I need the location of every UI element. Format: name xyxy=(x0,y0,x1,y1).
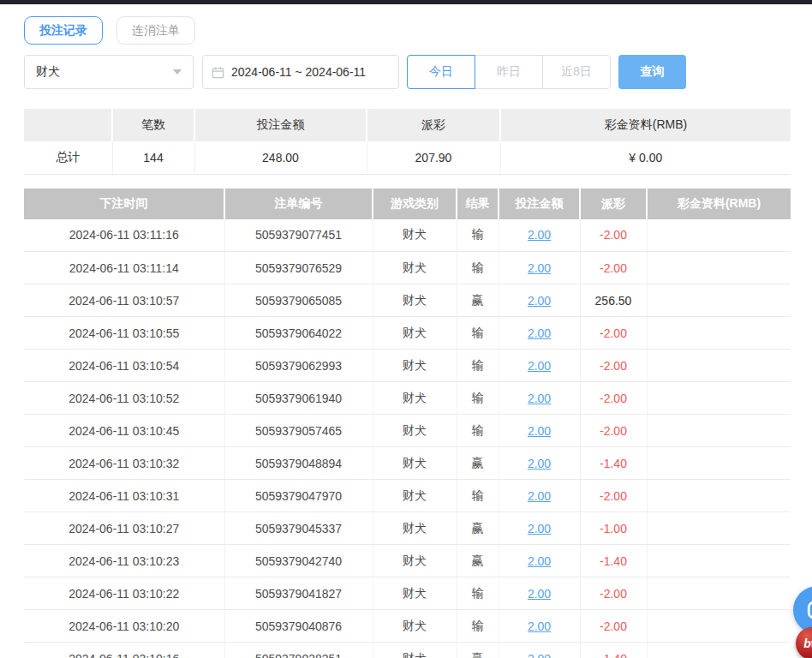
cell-payout: -1.40 xyxy=(580,643,647,658)
cell-result: 输 xyxy=(457,350,499,382)
header-result: 结果 xyxy=(457,188,499,219)
bet-amount-link[interactable]: 2.00 xyxy=(528,587,551,601)
cell-bet-time: 2024-06-11 03:10:45 xyxy=(24,415,224,447)
tab-cancelled-orders[interactable]: 连消注单 xyxy=(116,16,195,45)
cell-bet-amount: 2.00 xyxy=(499,219,580,252)
cell-order-no: 5059379047970 xyxy=(224,480,373,512)
bet-amount-link[interactable]: 2.00 xyxy=(528,522,551,535)
table-row: 2024-06-11 03:10:225059379041827财犬输2.00-… xyxy=(24,577,791,610)
cell-result: 赢 xyxy=(457,512,499,545)
calendar-icon xyxy=(212,66,224,79)
cell-bonus xyxy=(647,447,791,480)
summary-total-payout: 207.90 xyxy=(367,141,500,174)
summary-total-bet-amount: 248.00 xyxy=(194,141,367,174)
top-dark-bar xyxy=(0,0,812,4)
cell-order-no: 5059379057465 xyxy=(224,415,373,447)
cell-result: 输 xyxy=(457,382,499,415)
game-select[interactable]: 财犬 xyxy=(24,55,194,89)
table-row: 2024-06-11 03:10:525059379061940财犬输2.00-… xyxy=(24,382,791,415)
cell-payout: -2.00 xyxy=(580,317,647,350)
page-content: 投注记录 连消注单 财犬 2024-06-11 ~ 2024-06-11 今日 … xyxy=(0,16,812,658)
bet-amount-link[interactable]: 2.00 xyxy=(528,326,551,340)
cell-bonus xyxy=(647,382,791,415)
cell-result: 输 xyxy=(457,252,499,284)
header-bet-amount: 投注金额 xyxy=(499,188,580,219)
bet-table-header-row: 下注时间 注单编号 游戏类别 结果 投注金额 派彩 彩金资料(RMB) xyxy=(24,188,791,219)
bet-amount-link[interactable]: 2.00 xyxy=(528,294,551,308)
cell-payout: -1.40 xyxy=(580,447,647,480)
query-button[interactable]: 查询 xyxy=(618,55,686,89)
cell-order-no: 5059379048894 xyxy=(224,447,373,480)
cell-result: 输 xyxy=(457,610,499,643)
bet-amount-link[interactable]: 2.00 xyxy=(528,554,551,568)
cell-bet-amount: 2.00 xyxy=(499,545,580,577)
summary-header-row: 笔数 投注金额 派彩 彩金资料(RMB) xyxy=(24,109,791,141)
table-row: 2024-06-11 03:10:545059379062993财犬输2.00-… xyxy=(24,350,791,382)
cell-bonus xyxy=(647,610,791,643)
cell-payout: -1.00 xyxy=(580,512,647,545)
table-row: 2024-06-11 03:10:165059379038251财犬赢2.00-… xyxy=(24,643,791,658)
cell-order-no: 5059379065085 xyxy=(224,284,373,317)
cell-bet-time: 2024-06-11 03:10:32 xyxy=(24,447,224,480)
summary-total-label: 总计 xyxy=(24,141,112,174)
header-bet-time: 下注时间 xyxy=(24,188,224,219)
tab-bet-records[interactable]: 投注记录 xyxy=(24,16,103,45)
bet-amount-link[interactable]: 2.00 xyxy=(528,489,551,503)
cell-bonus xyxy=(647,350,791,382)
cell-game-type: 财犬 xyxy=(373,577,457,610)
cell-bonus xyxy=(647,252,791,284)
brand-logo-text: bw xyxy=(803,637,812,650)
cell-game-type: 财犬 xyxy=(373,317,457,350)
table-row: 2024-06-11 03:10:315059379047970财犬输2.00-… xyxy=(24,480,791,512)
bet-amount-link[interactable]: 2.00 xyxy=(528,261,551,275)
chat-icon xyxy=(806,599,812,621)
cell-bonus xyxy=(647,480,791,512)
summary-header-bonus: 彩金资料(RMB) xyxy=(500,109,791,141)
cell-bet-time: 2024-06-11 03:10:52 xyxy=(24,382,224,415)
bet-amount-link[interactable]: 2.00 xyxy=(528,652,551,658)
range-today-button[interactable]: 今日 xyxy=(407,55,475,89)
date-range-input[interactable]: 2024-06-11 ~ 2024-06-11 xyxy=(202,55,399,89)
cell-bet-amount: 2.00 xyxy=(499,512,580,545)
bet-amount-link[interactable]: 2.00 xyxy=(528,359,551,373)
cell-game-type: 财犬 xyxy=(373,415,457,447)
range-last8days-button[interactable]: 近8日 xyxy=(542,55,611,89)
header-payout: 派彩 xyxy=(580,188,647,219)
cell-order-no: 5059379038251 xyxy=(224,643,373,658)
summary-header-blank xyxy=(24,109,112,141)
tab-bar: 投注记录 连消注单 xyxy=(24,16,791,45)
range-yesterday-button[interactable]: 昨日 xyxy=(475,55,543,89)
cell-order-no: 5059379076529 xyxy=(224,252,373,284)
cell-game-type: 财犬 xyxy=(373,219,457,252)
cell-order-no: 5059379042740 xyxy=(224,545,373,577)
bet-amount-link[interactable]: 2.00 xyxy=(528,619,551,633)
cell-game-type: 财犬 xyxy=(373,350,457,382)
cell-bet-amount: 2.00 xyxy=(499,252,580,284)
cell-bonus xyxy=(647,577,791,610)
cell-order-no: 5059379062993 xyxy=(224,350,373,382)
bet-amount-link[interactable]: 2.00 xyxy=(528,228,551,242)
filter-bar: 财犬 2024-06-11 ~ 2024-06-11 今日 昨日 近8日 查询 xyxy=(24,55,791,89)
summary-total-row: 总计 144 248.00 207.90 ¥ 0.00 xyxy=(24,141,791,174)
table-row: 2024-06-11 03:10:555059379064022财犬输2.00-… xyxy=(24,317,791,350)
cell-payout: -2.00 xyxy=(580,219,647,252)
cell-bet-amount: 2.00 xyxy=(499,415,580,447)
cell-game-type: 财犬 xyxy=(373,480,457,512)
cell-result: 赢 xyxy=(457,284,499,317)
cell-game-type: 财犬 xyxy=(373,447,457,480)
bet-amount-link[interactable]: 2.00 xyxy=(528,457,551,470)
cell-result: 输 xyxy=(457,219,499,252)
cell-bet-time: 2024-06-11 03:10:27 xyxy=(24,512,224,545)
quick-range-group: 今日 昨日 近8日 xyxy=(407,55,611,89)
cell-game-type: 财犬 xyxy=(373,382,457,415)
table-row: 2024-06-11 03:10:575059379065085财犬赢2.002… xyxy=(24,284,791,317)
bet-amount-link[interactable]: 2.00 xyxy=(528,392,551,405)
cell-bonus xyxy=(647,415,791,447)
bet-amount-link[interactable]: 2.00 xyxy=(528,424,551,438)
cell-order-no: 5059379077451 xyxy=(224,219,373,252)
summary-header-bet-amount: 投注金额 xyxy=(194,109,367,141)
cell-bet-amount: 2.00 xyxy=(499,350,580,382)
cell-payout: -2.00 xyxy=(580,480,647,512)
cell-payout: -2.00 xyxy=(580,252,647,284)
cell-game-type: 财犬 xyxy=(373,512,457,545)
